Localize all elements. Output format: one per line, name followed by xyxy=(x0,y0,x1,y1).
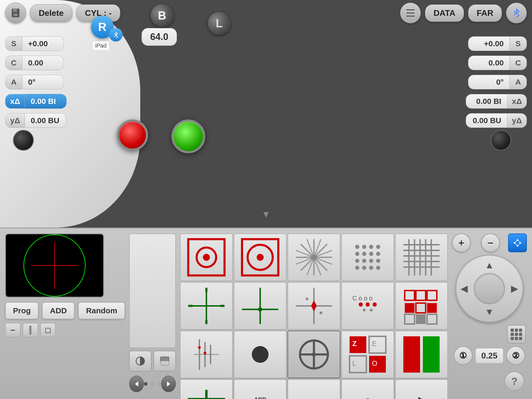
svg-text:L: L xyxy=(353,360,356,367)
add-button-main[interactable]: ADD xyxy=(42,302,75,319)
chart-cell-add-cross[interactable]: ADD xyxy=(180,379,233,399)
delete-button[interactable]: Delete xyxy=(30,4,72,22)
svg-point-42 xyxy=(369,259,373,263)
chart-cell-7[interactable] xyxy=(288,282,340,330)
svg-rect-107 xyxy=(403,336,420,373)
chart-cell-11[interactable] xyxy=(234,331,287,378)
c-field-right[interactable]: 0.00 C xyxy=(466,56,527,70)
list-button[interactable] xyxy=(400,3,421,23)
svg-rect-81 xyxy=(427,290,437,300)
chart-cell-letters2[interactable]: T Z E L O xyxy=(341,379,394,399)
prog-button[interactable]: Prog xyxy=(5,302,38,319)
s-label-left: S xyxy=(5,36,22,51)
svg-rect-2 xyxy=(14,14,18,16)
svg-marker-15 xyxy=(135,381,138,387)
chart-cell-12[interactable] xyxy=(288,331,340,378)
chart-cell-5[interactable] xyxy=(180,282,233,330)
help-button[interactable]: ? xyxy=(504,371,524,391)
page1-button[interactable]: ① xyxy=(454,346,473,365)
xdelta-field-right[interactable]: 0.00 BI xΔ xyxy=(466,94,527,109)
chart-cell-2[interactable] xyxy=(288,234,340,281)
ydelta-field-right[interactable]: 0.00 BU yΔ xyxy=(466,113,527,128)
minus-size-button[interactable]: − xyxy=(5,323,21,337)
chart-cell-6[interactable] xyxy=(234,282,287,330)
red-button[interactable] xyxy=(117,119,148,151)
nav-up-button[interactable]: ▲ xyxy=(485,260,494,271)
svg-point-46 xyxy=(369,266,373,270)
svg-point-36 xyxy=(355,252,359,256)
page2-button[interactable]: ② xyxy=(506,346,525,365)
data-button[interactable]: DATA xyxy=(425,4,464,22)
a-field-right[interactable]: 0° A xyxy=(466,75,527,89)
zoom-out-button[interactable]: − xyxy=(481,234,500,252)
page2-label: ② xyxy=(512,351,520,361)
bottom-nav-row xyxy=(129,374,176,394)
zoom-in-button[interactable]: + xyxy=(452,234,471,252)
add-va-label: ADD xyxy=(254,396,267,399)
dot-1 xyxy=(144,382,148,386)
xdelta-label-left: xΔ xyxy=(5,94,25,109)
c-field-left[interactable]: C 0.00 xyxy=(5,56,66,70)
a-label-left: A xyxy=(5,75,22,89)
a-field-left[interactable]: A 0° xyxy=(5,75,66,89)
svg-rect-85 xyxy=(405,314,415,324)
c-label-right: C xyxy=(510,56,527,70)
s-value-left: +0.00 xyxy=(22,36,64,51)
zoom-row: + − xyxy=(452,234,527,252)
contrast-button[interactable] xyxy=(129,351,151,371)
svg-point-38 xyxy=(369,252,373,256)
t-label: T xyxy=(366,398,369,399)
chart-cell-13[interactable]: Z E L O xyxy=(341,331,394,378)
next-nav-button[interactable] xyxy=(161,376,176,392)
ydelta-field-left[interactable]: yΔ 0.00 BU xyxy=(5,113,66,128)
chart-cell-1[interactable] xyxy=(234,234,287,281)
chart-cell-8[interactable]: C o o o xyxy=(341,282,394,330)
move-button[interactable] xyxy=(508,234,527,252)
s-field-right[interactable]: +0.00 S xyxy=(466,36,527,51)
ydelta-label-right: yΔ xyxy=(507,113,527,128)
nav-disc[interactable]: ▲ ▼ ◀ ▶ xyxy=(456,255,523,322)
l-label: L xyxy=(216,17,223,30)
svg-point-41 xyxy=(362,259,366,263)
nav-left-button[interactable]: ◀ xyxy=(461,283,468,294)
green-button[interactable] xyxy=(171,119,205,153)
svg-line-9 xyxy=(114,34,116,35)
prev-nav-button[interactable] xyxy=(129,376,144,392)
bar-control[interactable] xyxy=(23,323,38,337)
nav-center xyxy=(474,273,505,304)
chart-cell-letters[interactable]: Z H F D V xyxy=(288,379,340,399)
right-measurement-fields: +0.00 S 0.00 C 0° A 0.00 BI xΔ 0.00 BU y… xyxy=(466,36,527,128)
chart-cell-14[interactable] xyxy=(395,331,448,378)
far-button[interactable]: FAR xyxy=(468,4,502,22)
brightness-button[interactable] xyxy=(154,351,176,371)
xdelta-value-right: 0.00 BI xyxy=(466,94,507,109)
save-button[interactable] xyxy=(5,3,26,23)
viewfinder xyxy=(5,234,104,297)
c-value-right: 0.00 xyxy=(468,56,510,70)
s-field-left[interactable]: S +0.00 xyxy=(5,36,66,51)
nav-right-button[interactable]: ▶ xyxy=(511,283,518,294)
svg-rect-99 xyxy=(350,336,366,353)
chart-cell-10[interactable] xyxy=(180,331,233,378)
svg-rect-100 xyxy=(369,336,386,353)
chart-cell-4[interactable] xyxy=(395,234,448,281)
grid-view-button[interactable] xyxy=(507,325,526,344)
random-button[interactable]: Random xyxy=(78,302,125,319)
a-value-left: 0° xyxy=(22,75,64,89)
chart-cell-add-va[interactable]: ADD VA xyxy=(234,379,287,399)
svg-point-34 xyxy=(369,245,373,249)
plus-size-button[interactable]: □ xyxy=(40,323,56,337)
chart-cell-3[interactable] xyxy=(341,234,394,281)
svg-text:C o o o: C o o o xyxy=(353,295,373,302)
svg-point-98 xyxy=(312,353,316,357)
nav-down-button[interactable]: ▼ xyxy=(485,307,494,317)
chart-cell-next-page[interactable]: ▶ Next Page xyxy=(395,379,448,399)
bluetooth-button[interactable] xyxy=(506,3,527,23)
svg-point-93 xyxy=(204,352,207,355)
svg-point-66 xyxy=(258,307,262,311)
xdelta-field-left[interactable]: xΔ 0.00 BI xyxy=(5,94,66,109)
slide-display xyxy=(129,234,176,348)
svg-point-72 xyxy=(320,311,322,314)
chart-cell-9[interactable] xyxy=(395,282,448,330)
chart-cell-0[interactable] xyxy=(180,234,233,281)
